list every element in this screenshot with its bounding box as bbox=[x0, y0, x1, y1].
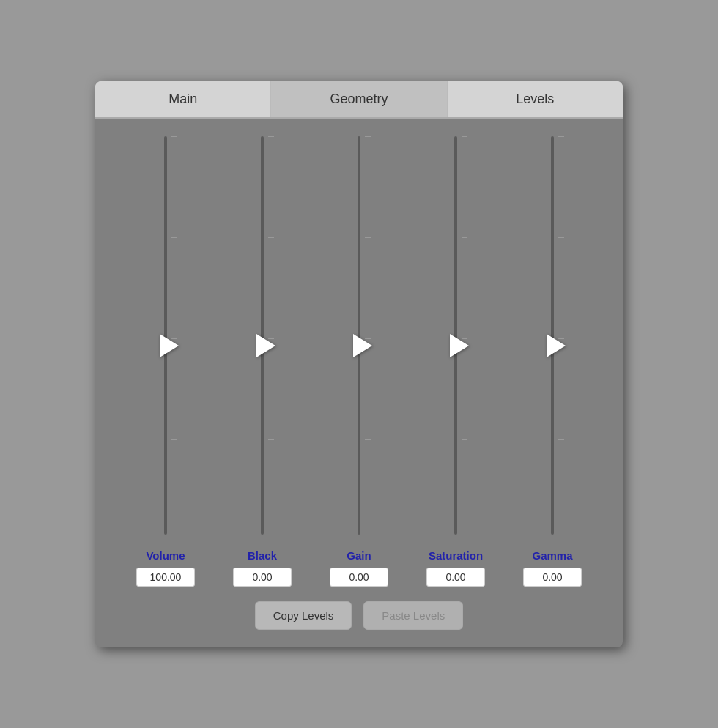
slider-track-black[interactable] bbox=[248, 130, 277, 541]
slider-column-gain: Gain bbox=[311, 130, 407, 587]
slider-track-volume[interactable] bbox=[151, 130, 180, 541]
thumb-arrow-volume bbox=[160, 334, 179, 357]
slider-value-saturation[interactable] bbox=[426, 568, 485, 587]
tab-levels[interactable]: Levels bbox=[448, 81, 623, 117]
tick bbox=[171, 532, 177, 532]
copy-levels-button[interactable]: Copy Levels bbox=[255, 601, 352, 630]
slider-label-gain: Gain bbox=[347, 549, 371, 562]
slider-column-saturation: Saturation bbox=[407, 130, 504, 587]
tick bbox=[171, 136, 177, 137]
slider-label-gamma: Gamma bbox=[532, 549, 572, 562]
slider-column-volume: Volume bbox=[117, 130, 214, 587]
slider-label-saturation: Saturation bbox=[429, 549, 483, 562]
slider-column-black: Black bbox=[214, 130, 311, 587]
slider-track-gain[interactable] bbox=[344, 130, 374, 541]
thumb-arrow-gamma bbox=[547, 334, 566, 357]
tick bbox=[558, 439, 564, 440]
tick bbox=[268, 532, 274, 532]
tick bbox=[171, 237, 177, 238]
slider-value-volume[interactable] bbox=[136, 568, 195, 587]
tick bbox=[268, 136, 274, 137]
tick bbox=[268, 237, 274, 238]
tick bbox=[462, 532, 467, 532]
sliders-container: Volume Black bbox=[95, 119, 623, 587]
main-panel: Main Geometry Levels bbox=[95, 81, 623, 647]
slider-label-volume: Volume bbox=[146, 549, 185, 562]
tab-geometry[interactable]: Geometry bbox=[271, 81, 447, 117]
tick bbox=[558, 532, 564, 532]
tick bbox=[558, 136, 564, 137]
thumb-arrow-gain bbox=[353, 334, 372, 357]
slider-label-black: Black bbox=[248, 549, 277, 562]
bottom-buttons: Copy Levels Paste Levels bbox=[95, 601, 623, 630]
tab-main[interactable]: Main bbox=[95, 81, 271, 117]
slider-column-gamma: Gamma bbox=[504, 130, 601, 587]
tick bbox=[365, 532, 371, 532]
slider-value-black[interactable] bbox=[233, 568, 292, 587]
tick bbox=[558, 237, 564, 238]
tick bbox=[365, 136, 371, 137]
slider-track-gamma[interactable] bbox=[538, 130, 567, 541]
tab-bar: Main Geometry Levels bbox=[95, 81, 623, 119]
tick bbox=[365, 439, 371, 440]
tick bbox=[365, 237, 371, 238]
slider-value-gain[interactable] bbox=[330, 568, 388, 587]
tick bbox=[268, 439, 274, 440]
thumb-arrow-saturation bbox=[450, 334, 469, 357]
tick bbox=[171, 439, 177, 440]
tick bbox=[462, 237, 467, 238]
slider-value-gamma[interactable] bbox=[523, 568, 582, 587]
thumb-arrow-black bbox=[256, 334, 275, 357]
slider-track-saturation[interactable] bbox=[441, 130, 470, 541]
tick bbox=[462, 136, 467, 137]
tick bbox=[462, 439, 467, 440]
paste-levels-button[interactable]: Paste Levels bbox=[363, 601, 463, 630]
